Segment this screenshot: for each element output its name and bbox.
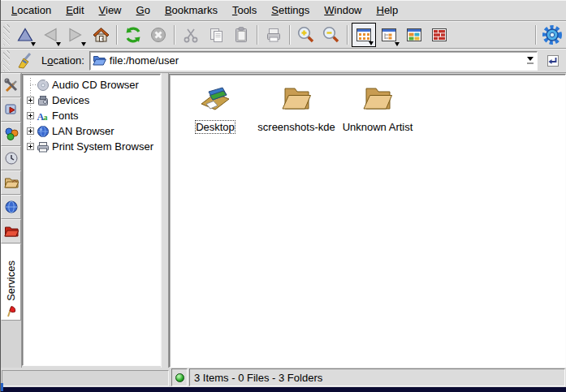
sidebar-status-bar	[2, 370, 169, 386]
icon-view-dropdown-arrow[interactable]	[369, 41, 374, 45]
menu-help[interactable]: Help	[369, 2, 406, 19]
history-clock-icon	[3, 150, 19, 166]
tree-expander-plus[interactable]	[27, 97, 34, 104]
sidebar-configure-button[interactable]	[1, 73, 21, 97]
toolbar-separator	[174, 25, 175, 45]
sidebar-tab-strip: Services	[1, 73, 22, 368]
sidebar-tab-history[interactable]	[1, 146, 21, 170]
zoom-in-button[interactable]	[294, 23, 318, 47]
sidebar-tree-panel: Audio CD Browser Devices A a Fonts	[22, 74, 161, 366]
sidebar-tab-bookmark-add[interactable]	[1, 97, 21, 122]
configure-tools-icon	[3, 77, 19, 93]
red-folder-icon	[3, 223, 19, 239]
printer-icon	[37, 140, 50, 153]
globe-icon	[37, 125, 50, 138]
file-item-desktop[interactable]: Desktop	[175, 81, 256, 133]
file-item-screenshots-kde[interactable]: screenshots-kde	[256, 81, 337, 133]
tree-item-lan[interactable]: LAN Browser	[23, 123, 160, 139]
tree-expander-plus[interactable]	[27, 127, 34, 135]
home-button[interactable]	[89, 23, 113, 47]
multicolumn-view-button[interactable]	[402, 23, 426, 47]
location-dropdown-button[interactable]	[523, 52, 537, 70]
tree-item-label: Print System Browser	[52, 140, 153, 153]
sidebar-tab-network[interactable]	[1, 195, 21, 219]
menu-bookmarks[interactable]: Bookmarks	[158, 2, 225, 19]
menu-tools[interactable]: Tools	[225, 2, 264, 19]
sidebar-tab-home-folder[interactable]	[1, 170, 21, 195]
reload-button[interactable]	[121, 23, 145, 47]
colored-balls-icon	[3, 126, 19, 142]
file-label[interactable]: screenshots-kde	[257, 121, 335, 133]
toolbar-separator	[257, 25, 258, 45]
menu-location[interactable]: Location	[4, 2, 58, 19]
svg-text:a: a	[44, 112, 48, 121]
network-globe-icon	[3, 199, 19, 215]
tree-item-print[interactable]: Print System Browser	[23, 139, 160, 154]
tree-item-devices[interactable]: Devices	[23, 93, 160, 108]
tree-view-dropdown-arrow[interactable]	[395, 42, 400, 46]
location-toolbar-drag-handle[interactable]	[3, 50, 10, 71]
green-led-icon	[175, 373, 184, 382]
toolbar-separator	[289, 25, 291, 45]
sidebar-tab-services[interactable]: Services	[1, 243, 21, 321]
chevron-down-icon	[527, 57, 534, 61]
up-arrow-icon	[16, 26, 34, 44]
detail-view-button[interactable]	[427, 23, 452, 47]
scissors-icon	[182, 26, 200, 44]
back-button[interactable]	[38, 23, 63, 47]
folder-icon	[360, 81, 395, 117]
copy-icon	[207, 26, 225, 44]
reload-icon	[123, 25, 143, 45]
window-bottom-edge	[1, 387, 566, 392]
zoom-out-button[interactable]	[319, 23, 343, 47]
paste-button[interactable]	[229, 23, 253, 47]
tree-item-label: Audio CD Browser	[52, 79, 139, 91]
forward-button[interactable]	[63, 23, 88, 47]
tree-item-audiocd[interactable]: Audio CD Browser	[23, 77, 160, 93]
sidebar-splitter[interactable]	[161, 73, 169, 368]
copy-button[interactable]	[204, 23, 228, 47]
devices-icon	[37, 94, 50, 107]
services-tab-label: Services	[5, 261, 17, 301]
tree-item-fonts[interactable]: A a Fonts	[23, 108, 160, 123]
sidebar-tab-bookmarks[interactable]	[1, 122, 21, 146]
paste-icon	[232, 26, 250, 44]
back-dropdown-arrow[interactable]	[56, 42, 61, 46]
up-dropdown-arrow[interactable]	[31, 42, 36, 46]
menu-settings[interactable]: Settings	[264, 2, 317, 19]
toolbar-separator	[535, 25, 537, 45]
sidebar-tab-root-folder[interactable]	[1, 219, 21, 243]
file-item-unknown-artist[interactable]: Unknown Artist	[337, 81, 418, 133]
services-flag-icon	[5, 304, 18, 317]
up-button[interactable]	[13, 23, 37, 47]
forward-dropdown-arrow[interactable]	[81, 42, 86, 46]
menu-edit[interactable]: Edit	[58, 2, 91, 19]
stop-button[interactable]	[146, 23, 171, 47]
location-input[interactable]: file:/home/user	[106, 54, 523, 67]
open-folder-icon	[93, 54, 106, 67]
cut-button[interactable]	[179, 23, 203, 47]
icon-view-button[interactable]	[352, 23, 376, 47]
clear-location-button[interactable]	[15, 50, 37, 71]
file-label[interactable]: Unknown Artist	[343, 121, 413, 133]
print-button[interactable]	[261, 23, 286, 47]
tree-expander-plus[interactable]	[27, 112, 34, 119]
file-icon-view[interactable]: Desktop screenshots-kde Unknown Artist	[169, 74, 566, 368]
desktop-folder-icon	[197, 81, 233, 117]
menu-window[interactable]: Window	[317, 2, 369, 19]
main-status-bar: 3 Items - 0 Files - 3 Folders	[170, 368, 566, 387]
zoom-out-icon	[322, 25, 341, 45]
detail-view-icon	[430, 26, 448, 44]
menu-go[interactable]: Go	[129, 2, 158, 19]
main-toolbar	[1, 21, 566, 49]
tree-expander-plus[interactable]	[27, 143, 34, 150]
toolbar-separator	[347, 25, 348, 45]
forward-arrow-icon	[67, 26, 84, 44]
menu-view[interactable]: View	[92, 2, 129, 19]
file-label[interactable]: Desktop	[196, 121, 235, 133]
go-button[interactable]	[543, 51, 563, 71]
toolbar-drag-handle[interactable]	[3, 24, 10, 45]
window-corner-mark	[1, 383, 3, 391]
tree-view-button[interactable]	[377, 23, 401, 47]
location-combobox[interactable]: file:/home/user	[89, 51, 538, 71]
